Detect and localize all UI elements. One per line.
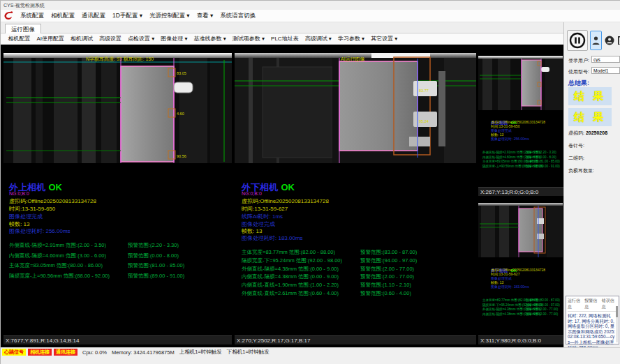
measurement-row: 内侧直线-直线=1.90mm 范围:(1.00 - 2.20)预警范围:(1.1…	[242, 277, 417, 285]
trigger-status: NG:0;B:0	[242, 191, 262, 196]
info-log-box[interactable]: 运行信息 报警信息 错误信息 耗时: 222, 网络检测耗时: 17, 网络分离…	[566, 296, 619, 344]
roi-label: 83.05	[177, 71, 186, 75]
virtual-code-row: 虚拟码: 20250208	[568, 130, 607, 137]
info-tab-error[interactable]: 错误信息	[602, 298, 616, 310]
info-tabs: 运行信息 报警信息 错误信息	[568, 298, 616, 312]
toolbar: 相机配置 AI使用配置 相机调试 高级设置 点检设置 ▾ 图像处理 ▾ 基准线参…	[1, 33, 563, 45]
roi-label: 4.60	[177, 112, 184, 116]
negative-tab-count-label: 负极耳数量:	[568, 167, 594, 174]
camera-view-outer-upper[interactable]: N字极耳高度: 93 极耳间距: 150 83.05 4.60 90.56 外上…	[3, 53, 232, 344]
pause-icon	[569, 32, 586, 49]
camera-connection-badge: 相机连接	[28, 349, 52, 356]
tab-strip: 运行图像	[1, 22, 563, 33]
qr-code-label: 二维码:	[568, 155, 584, 162]
menu-language-switch[interactable]: 系统语言切换	[216, 10, 259, 22]
result-block-lower: 结 果	[568, 108, 612, 126]
tool-image-processing[interactable]: 图像处理 ▾	[158, 33, 191, 44]
camera-thumbnail-bottom[interactable]: 外下相机 OK 虚拟码:Offline20250208133134728 时间:…	[478, 199, 564, 344]
virtual-code-label: 虚拟码:	[568, 130, 584, 135]
tool-other-settings[interactable]: 其它设置 ▾	[368, 33, 401, 44]
measurement-value: 隔膜宽度-上=90.56mm 范围:(88.00 - 92.00)	[482, 165, 526, 168]
app-window: CYS-视觉检测系统 系统配置 相机配置 通讯配置 1D手配置 ▾ 光源控制配置…	[0, 0, 620, 364]
measurement-row: 主体宽度=83.05mm 范围:(80.00 - 86.00)预警范围:(81.…	[482, 153, 560, 158]
virtual-code-line: 虚拟码:Offline20250208133134728	[9, 197, 96, 205]
window-title: CYS-视觉检测系统	[3, 3, 45, 8]
image-annotation-label: N字极耳高度: 93 极耳间距: 150	[86, 56, 154, 62]
tool-spotcheck-settings[interactable]: 点检设置 ▾	[125, 33, 158, 44]
exit-button[interactable]	[617, 31, 620, 50]
camera-view-outer-lower[interactable]: AI运行图像 83.77 95.24 外下相机 OK NG:0;B:0 虚拟码:…	[235, 53, 476, 344]
heartbeat-badge: 心跳信号	[2, 349, 26, 356]
time-line: 时间:13-31-59-627	[242, 205, 288, 213]
tool-advanced-settings[interactable]: 高级设置	[96, 33, 125, 44]
roi-label: 83.77	[419, 89, 429, 93]
roi-label: 95.24	[419, 119, 429, 123]
ai-time-line: 线阵AI耗时: 1ms	[242, 213, 283, 220]
result-ok: OK	[281, 182, 295, 192]
left-camera-image: N字极耳高度: 93 极耳间距: 150 83.05 4.60 90.56	[3, 53, 232, 163]
processing-time-line: 图像处理耗时: 183.00ms	[491, 285, 529, 289]
menu-light-control-config[interactable]: 光源控制配置 ▾	[146, 10, 193, 22]
battery-cell-region	[121, 66, 174, 162]
measurement-row: 主体宽度=83.77mm 范围:(82.00 - 88.00)预警范围:(83.…	[482, 291, 560, 296]
tool-test-item-params[interactable]: 测试项参数 ▾	[229, 33, 267, 44]
measurement-list: 主体宽度=83.77mm 范围:(82.00 - 88.00)预警范围:(83.…	[242, 244, 417, 294]
processing-time-line: 图像处理耗时: 256.00ms	[491, 137, 529, 141]
right-panel: 登录用户: 使用型号: 总结果: 结 果 结 果 虚拟码: 20250208 卷…	[563, 22, 620, 347]
roi-label: 90.56	[177, 154, 186, 158]
operator-button[interactable]	[604, 31, 614, 50]
trigger-status: NG:0;B:0	[9, 191, 29, 196]
needle-number-label: 卷针号:	[568, 142, 584, 149]
lower-camera-trigger-status: 下相机1=时钟触发	[227, 349, 270, 356]
measurement-row: 外侧直线-直线=2.61mm 范围:(0.60 - 4.00)预警范围:(0.6…	[242, 285, 417, 294]
virtual-code-value: 20250208	[586, 130, 607, 135]
tool-learning-params[interactable]: 学习参数 ▾	[334, 33, 367, 44]
measurement-value: 外侧直线-直线=2.61mm 范围:(0.60 - 4.00)	[242, 290, 360, 297]
memory-usage: Memory: 3424.41796875M	[112, 349, 175, 356]
measurement-row: 外侧直线-隔膜=2.91mm 范围:(2.00 - 3.50)预警范围:(2.2…	[482, 144, 560, 149]
measurement-row: 内侧直线-隔膜=4.60mm 范围:(3.00 - 6.00)预警范围:(0.0…	[9, 248, 184, 258]
measurement-row: 外侧直线-隔膜=4.38mm 范围:(0.00 - 9.00)预警范围:(2.0…	[242, 261, 417, 269]
pause-button[interactable]	[567, 30, 588, 51]
camera-thumbnail-top[interactable]: 外上相机 OK 虚拟码:Offline20250208133134728 时间:…	[478, 53, 564, 196]
cursor-pixel-status: X:311;Y:980;R:0;G:0;B:0	[478, 335, 564, 344]
measurement-row: 主体宽度=83.05mm 范围:(80.00 - 86.00)预警范围:(81.…	[9, 257, 184, 268]
model-input[interactable]	[591, 67, 620, 74]
info-tab-alarm[interactable]: 报警信息	[584, 298, 598, 310]
tool-ai-use-config[interactable]: AI使用配置	[34, 33, 68, 44]
login-user-button[interactable]	[590, 31, 602, 50]
menu-system-config[interactable]: 系统配置	[17, 10, 47, 22]
cursor-pixel-status: X:7677;Y:891;R:14;G:14;B:14	[3, 335, 232, 344]
battery-cell-region	[339, 61, 418, 151]
menu-comm-config[interactable]: 通讯配置	[78, 10, 109, 22]
measurement-row: 内侧直线-隔膜=4.38mm 范围:(0.00 - 9.00)预警范围:(2.0…	[482, 305, 560, 310]
info-scrollbar[interactable]	[616, 306, 618, 342]
tool-advanced-debug[interactable]: 高级调试 ▾	[302, 33, 334, 44]
measurement-list: 外侧直线-隔膜=2.91mm 范围:(2.00 - 3.50)预警范围:(2.2…	[9, 237, 184, 278]
menu-robot-config[interactable]: 1D手配置 ▾	[109, 10, 146, 22]
tool-plc-address-table[interactable]: PLC地址表	[268, 33, 302, 44]
tab-run-image[interactable]: 运行图像	[5, 24, 41, 33]
login-user-input[interactable]	[591, 56, 620, 63]
measurement-row: 隔膜宽度-下=95.24mm 范围:(92.00 - 98.00)预警范围:(9…	[242, 252, 417, 261]
image-annotation-label: AI运行图像	[341, 56, 365, 62]
tool-camera-config[interactable]: 相机配置	[5, 33, 34, 44]
comm-connection-badge: 通讯连接	[54, 349, 78, 356]
tool-camera-debug[interactable]: 相机调试	[68, 33, 96, 44]
warning-range: 预警范围:(2.00 - 77.00)	[526, 312, 558, 316]
thumbnail-top-image	[478, 56, 563, 110]
model-label: 使用型号:	[568, 68, 589, 75]
title-bar: CYS-视觉检测系统	[1, 1, 620, 10]
time-line: 时间:13-31-59-650	[9, 205, 55, 213]
user-circle-icon	[605, 36, 614, 45]
tool-baseline-params[interactable]: 基准线参数 ▾	[191, 33, 229, 44]
info-log-text: 耗时: 222, 网络检测耗时: 17, 网络分离耗时: 0, 网络提取分区耗时…	[568, 313, 616, 350]
virtual-code-line: 虚拟码:Offline20250208133134728	[242, 197, 329, 205]
menu-camera-config[interactable]: 相机配置	[47, 10, 78, 22]
battery-tab-shape	[541, 67, 549, 72]
measurement-row: 隔膜宽度-上=90.56mm 范围:(88.00 - 92.00)预警范围:(8…	[482, 158, 560, 162]
measurement-list: 外侧直线-隔膜=2.91mm 范围:(2.00 - 3.50)预警范围:(2.2…	[482, 144, 560, 162]
info-tab-run[interactable]: 运行信息	[568, 298, 582, 310]
menu-view[interactable]: 查看 ▾	[193, 10, 217, 22]
main-content: N字极耳高度: 93 极耳间距: 150 83.05 4.60 90.56 外上…	[1, 45, 563, 347]
